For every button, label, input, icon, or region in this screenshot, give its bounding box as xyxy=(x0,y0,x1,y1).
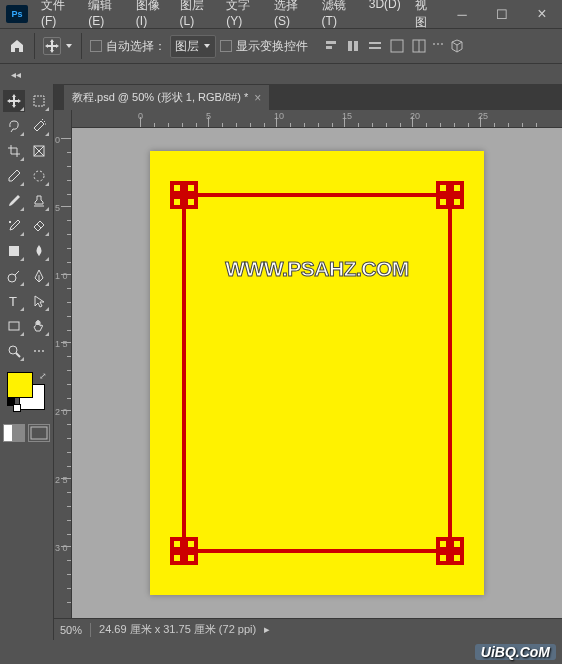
eyedropper-tool[interactable] xyxy=(3,165,25,187)
menu-file[interactable]: 文件(F) xyxy=(34,0,81,37)
svg-point-13 xyxy=(34,171,44,181)
svg-rect-31 xyxy=(186,539,196,549)
ruler-horizontal: 0510152025 xyxy=(54,110,562,128)
border-shape xyxy=(150,151,484,595)
svg-rect-36 xyxy=(438,553,448,563)
standard-mode[interactable] xyxy=(3,424,25,442)
menu-layer[interactable]: 图层(L) xyxy=(173,0,220,37)
svg-rect-37 xyxy=(452,553,462,563)
move-tool[interactable] xyxy=(3,90,25,112)
foreground-color[interactable] xyxy=(7,372,33,398)
toolbar: T ⋯ ⤢ xyxy=(0,84,54,640)
stamp-tool[interactable] xyxy=(28,190,50,212)
lasso-tool[interactable] xyxy=(3,115,25,137)
doc-info: 24.69 厘米 x 31.75 厘米 (72 ppi) xyxy=(99,622,256,637)
gradient-tool[interactable] xyxy=(3,240,25,262)
move-tool-icon[interactable] xyxy=(43,37,61,55)
ruler-h-scale: 0510152025 xyxy=(72,110,562,127)
menu-view[interactable]: 视图 xyxy=(408,0,442,37)
document-tab[interactable]: 教程.psd @ 50% (形状 1, RGB/8#) * × xyxy=(64,84,269,110)
show-transform-checkbox[interactable]: 显示变换控件 xyxy=(220,38,308,55)
magic-wand-tool[interactable] xyxy=(28,115,50,137)
document-wrap: 教程.psd @ 50% (形状 1, RGB/8#) * × 05101520… xyxy=(54,84,562,640)
zoom-level[interactable]: 50% xyxy=(60,624,82,636)
marquee-tool[interactable] xyxy=(28,90,50,112)
title-bar: Ps 文件(F) 编辑(E) 图像(I) 图层(L) 文字(Y) 选择(S) 滤… xyxy=(0,0,562,28)
collapse-left-icon[interactable]: ◂◂ xyxy=(4,64,28,84)
type-tool[interactable]: T xyxy=(3,290,25,312)
align-icons: ⋯ xyxy=(322,37,466,55)
svg-rect-14 xyxy=(9,246,19,256)
align-3-icon[interactable] xyxy=(366,37,384,55)
menu-filter[interactable]: 滤镜(T) xyxy=(315,0,362,37)
document: WWW.PSAHZ.COM xyxy=(150,151,484,595)
svg-rect-23 xyxy=(186,183,196,193)
hand-tool[interactable] xyxy=(28,315,50,337)
svg-rect-2 xyxy=(348,41,352,51)
menu-select[interactable]: 选择(S) xyxy=(267,0,315,37)
tab-title: 教程.psd @ 50% (形状 1, RGB/8#) * xyxy=(72,90,248,105)
auto-select-label: 自动选择： xyxy=(106,39,166,53)
eraser-tool[interactable] xyxy=(28,215,50,237)
select-target-dropdown[interactable]: 图层 xyxy=(170,35,216,58)
svg-rect-29 xyxy=(452,197,462,207)
align-5-icon[interactable] xyxy=(410,37,428,55)
blur-tool[interactable] xyxy=(28,240,50,262)
edit-toolbar-icon[interactable]: ⋯ xyxy=(28,340,50,362)
svg-rect-21 xyxy=(184,195,450,551)
menu-image[interactable]: 图像(I) xyxy=(129,0,173,37)
maximize-button[interactable]: ☐ xyxy=(482,0,522,28)
mode-3d-icon[interactable] xyxy=(448,37,466,55)
brush-tool[interactable] xyxy=(3,190,25,212)
show-transform-label: 显示变换控件 xyxy=(236,39,308,53)
menu-3d[interactable]: 3D(D) xyxy=(362,0,408,37)
menu-text[interactable]: 文字(Y) xyxy=(219,0,267,37)
close-button[interactable]: × xyxy=(522,0,562,28)
svg-rect-6 xyxy=(391,40,403,52)
svg-rect-9 xyxy=(34,96,44,106)
chevron-down-icon xyxy=(203,42,211,50)
pen-tool[interactable] xyxy=(28,265,50,287)
history-brush-tool[interactable] xyxy=(3,215,25,237)
panel-collapse-row: ◂◂ xyxy=(0,64,562,84)
quick-mask-row xyxy=(3,424,50,442)
home-icon[interactable] xyxy=(8,37,26,55)
crop-tool[interactable] xyxy=(3,140,25,162)
tab-close-icon[interactable]: × xyxy=(254,91,261,105)
screen-mode[interactable] xyxy=(28,424,50,442)
svg-rect-28 xyxy=(438,197,448,207)
svg-rect-27 xyxy=(452,183,462,193)
swap-colors-icon[interactable]: ⤢ xyxy=(39,371,47,381)
menu-bar: 文件(F) 编辑(E) 图像(I) 图层(L) 文字(Y) 选择(S) 滤镜(T… xyxy=(34,0,442,37)
auto-select-checkbox[interactable]: 自动选择： xyxy=(90,38,166,55)
svg-rect-24 xyxy=(172,197,182,207)
menu-edit[interactable]: 编辑(E) xyxy=(81,0,129,37)
select-target-label: 图层 xyxy=(175,38,199,55)
svg-rect-3 xyxy=(354,41,358,51)
zoom-tool[interactable] xyxy=(3,340,25,362)
path-select-tool[interactable] xyxy=(28,290,50,312)
minimize-button[interactable]: ─ xyxy=(442,0,482,28)
align-2-icon[interactable] xyxy=(344,37,362,55)
document-text: WWW.PSAHZ.COM xyxy=(150,257,484,281)
tab-bar: 教程.psd @ 50% (形状 1, RGB/8#) * × xyxy=(54,84,562,110)
dropdown-icon[interactable] xyxy=(65,42,73,50)
svg-point-15 xyxy=(8,274,16,282)
healing-tool[interactable] xyxy=(28,165,50,187)
window-controls: ─ ☐ × xyxy=(442,0,562,28)
status-arrow-icon[interactable]: ▸ xyxy=(264,623,270,636)
dodge-tool[interactable] xyxy=(3,265,25,287)
svg-rect-20 xyxy=(31,427,47,439)
app-logo: Ps xyxy=(6,5,28,23)
ruler-v-scale: 051 01 52 02 53 0 xyxy=(54,128,71,618)
svg-point-18 xyxy=(9,346,17,354)
align-4-icon[interactable] xyxy=(388,37,406,55)
frame-tool[interactable] xyxy=(28,140,50,162)
color-swatches[interactable]: ⤢ xyxy=(7,372,47,412)
svg-rect-1 xyxy=(326,46,332,49)
shape-tool[interactable] xyxy=(3,315,25,337)
svg-rect-0 xyxy=(326,41,336,44)
align-1-icon[interactable] xyxy=(322,37,340,55)
svg-rect-33 xyxy=(186,553,196,563)
canvas[interactable]: WWW.PSAHZ.COM xyxy=(72,128,562,618)
